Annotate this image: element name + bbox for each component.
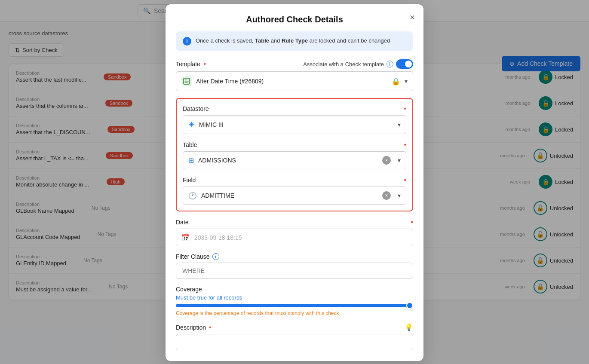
datastore-label: Datastore: [183, 105, 209, 112]
table-label-row: Table •: [183, 141, 406, 149]
template-label-container: Template •: [176, 60, 206, 68]
filter-input[interactable]: [176, 263, 413, 279]
template-select-icon: [181, 76, 192, 86]
info-icon: i: [183, 37, 191, 46]
datastore-value: MIMIC III: [199, 121, 393, 128]
datastore-icon: ✳: [188, 120, 195, 129]
field-value: ADMITTIME: [201, 192, 378, 199]
field-chevron-icon: ▾: [398, 192, 401, 199]
locked-section: Datastore • ✳ MIMIC III ▾ Table •: [176, 98, 413, 211]
template-required: •: [203, 60, 206, 67]
date-required: •: [411, 218, 413, 226]
table-clear-button[interactable]: ×: [382, 156, 391, 165]
date-label-row: Date •: [176, 218, 413, 226]
template-value: After Date Time (#26809): [196, 78, 387, 85]
table-chevron-icon: ▾: [398, 157, 401, 164]
filter-info-icon[interactable]: i: [212, 253, 219, 260]
template-label: Template: [176, 61, 200, 67]
modal-header: Authored Check Details ×: [166, 4, 423, 31]
slider-fill: [176, 304, 413, 307]
field-label: Field: [183, 177, 196, 184]
info-text: Once a check is saved, Table and Rule Ty…: [196, 37, 390, 45]
field-clear-button[interactable]: ×: [382, 191, 391, 200]
table-label: Table: [183, 141, 197, 148]
date-label: Date: [176, 219, 189, 226]
datastore-chevron-icon: ▾: [398, 121, 401, 128]
table-select[interactable]: ⊞ ADMISSIONS × ▾: [183, 151, 406, 169]
modal-close-button[interactable]: ×: [410, 13, 415, 21]
coverage-subtitle: Must be true for all records: [176, 294, 413, 301]
template-lock-icon: 🔒: [392, 77, 400, 86]
datastore-row: Datastore • ✳ MIMIC III ▾: [183, 105, 406, 134]
assoc-info-icon[interactable]: i: [387, 61, 393, 67]
modal-overlay[interactable]: Authored Check Details × i Once a check …: [0, 0, 589, 364]
coverage-row: Coverage Must be true for all records Co…: [176, 286, 413, 316]
description-row: Description • 💡: [176, 323, 413, 350]
template-row: Template • Associate with a Check templa…: [176, 59, 413, 91]
table-grid-icon: ⊞: [188, 156, 194, 165]
field-clock-icon: 🕐: [188, 192, 197, 200]
modal-body: i Once a check is saved, Table and Rule …: [166, 31, 423, 361]
datastore-label-row: Datastore •: [183, 105, 406, 113]
coverage-note: Coverage is the percentage of records th…: [176, 310, 413, 316]
template-chevron-icon: ▾: [405, 78, 408, 85]
lightbulb-icon[interactable]: 💡: [405, 323, 413, 331]
field-label-row: Field •: [183, 176, 406, 184]
field-row: Field • 🕐 ADMITTIME × ▾: [183, 176, 406, 205]
assoc-label-container: Associate with a Check template i: [303, 59, 413, 69]
table-row-field: Table • ⊞ ADMISSIONS × ▾: [183, 141, 406, 169]
date-value: 2033-09-18 18:15: [194, 234, 408, 241]
assoc-text: Associate with a Check template: [303, 61, 384, 67]
date-row: Date • 📅 2033-09-18 18:15: [176, 218, 413, 246]
filter-label: Filter Clause: [176, 253, 210, 260]
field-select[interactable]: 🕐 ADMITTIME × ▾: [183, 187, 406, 205]
date-calendar-icon: 📅: [181, 233, 190, 242]
coverage-label: Coverage: [176, 286, 202, 293]
coverage-label-row: Coverage: [176, 286, 413, 293]
modal-title: Authored Check Details: [246, 15, 343, 24]
datastore-select[interactable]: ✳ MIMIC III ▾: [183, 115, 406, 134]
description-label: Description: [176, 324, 206, 331]
assoc-toggle[interactable]: [396, 59, 413, 69]
filter-label-row: Filter Clause i: [176, 253, 413, 260]
description-input[interactable]: [176, 334, 413, 350]
table-required: •: [404, 141, 406, 149]
template-select[interactable]: After Date Time (#26809) 🔒 ▾: [176, 71, 413, 91]
field-required: •: [404, 176, 406, 184]
template-label-row: Template • Associate with a Check templa…: [176, 59, 413, 69]
info-banner: i Once a check is saved, Table and Rule …: [176, 31, 413, 51]
slider-thumb: [406, 302, 413, 309]
datastore-required: •: [404, 105, 406, 113]
filter-row: Filter Clause i: [176, 253, 413, 279]
table-value: ADMISSIONS: [198, 157, 378, 164]
authored-check-details-modal: Authored Check Details × i Once a check …: [166, 4, 423, 361]
desc-label-row: Description • 💡: [176, 323, 413, 331]
date-input[interactable]: 📅 2033-09-18 18:15: [176, 229, 413, 246]
coverage-slider[interactable]: [176, 304, 413, 307]
description-required: •: [209, 324, 212, 331]
